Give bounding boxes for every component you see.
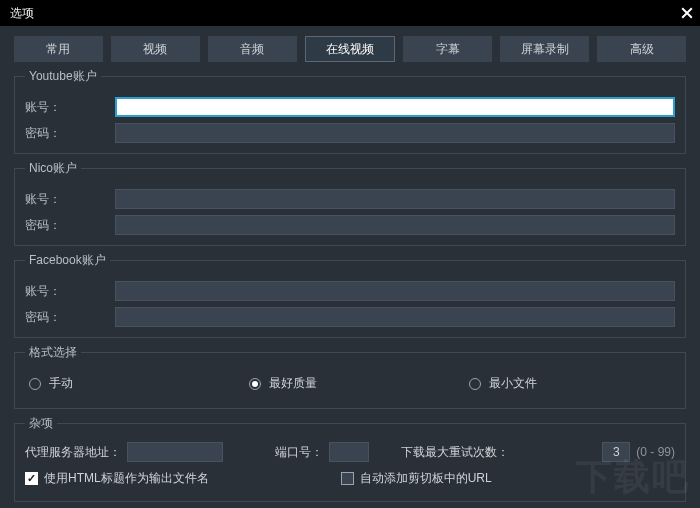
radio-icon (469, 378, 481, 390)
format-option-2[interactable]: 最小文件 (469, 375, 537, 392)
youtube-user-input[interactable] (115, 97, 675, 117)
close-icon (681, 7, 693, 19)
use-html-title-checkbox[interactable] (25, 472, 38, 485)
format-option-1[interactable]: 最好质量 (249, 375, 469, 392)
format-option-0[interactable]: 手动 (29, 375, 249, 392)
nico-pass-label: 密码： (25, 217, 115, 234)
youtube-group: Youtube账户 账号： 密码： (14, 68, 686, 154)
format-option-label: 最小文件 (489, 375, 537, 392)
use-html-title-label: 使用HTML标题作为输出文件名 (44, 470, 209, 487)
proxy-label: 代理服务器地址： (25, 444, 121, 461)
tab-0[interactable]: 常用 (14, 36, 103, 62)
retry-input[interactable] (602, 442, 630, 462)
youtube-pass-input[interactable] (115, 123, 675, 143)
nico-group: Nico账户 账号： 密码： (14, 160, 686, 246)
nico-legend: Nico账户 (25, 160, 81, 177)
tab-6[interactable]: 高级 (597, 36, 686, 62)
window-title: 选项 (10, 5, 34, 22)
port-label: 端口号： (275, 444, 323, 461)
tab-4[interactable]: 字幕 (403, 36, 492, 62)
proxy-input[interactable] (127, 442, 223, 462)
format-group: 格式选择 手动最好质量最小文件 (14, 344, 686, 409)
misc-legend: 杂项 (25, 415, 57, 432)
facebook-legend: Facebook账户 (25, 252, 110, 269)
facebook-user-label: 账号： (25, 283, 115, 300)
port-input[interactable] (329, 442, 369, 462)
youtube-pass-label: 密码： (25, 125, 115, 142)
tab-2[interactable]: 音频 (208, 36, 297, 62)
tab-3[interactable]: 在线视频 (305, 36, 396, 62)
nico-user-label: 账号： (25, 191, 115, 208)
nico-user-input[interactable] (115, 189, 675, 209)
facebook-group: Facebook账户 账号： 密码： (14, 252, 686, 338)
format-option-label: 手动 (49, 375, 73, 392)
facebook-pass-input[interactable] (115, 307, 675, 327)
facebook-pass-label: 密码： (25, 309, 115, 326)
retry-label: 下载最大重试次数： (401, 444, 509, 461)
radio-icon (29, 378, 41, 390)
format-option-label: 最好质量 (269, 375, 317, 392)
facebook-user-input[interactable] (115, 281, 675, 301)
youtube-legend: Youtube账户 (25, 68, 101, 85)
retry-range: (0 - 99) (636, 445, 675, 459)
nico-pass-input[interactable] (115, 215, 675, 235)
auto-clipboard-label: 自动添加剪切板中的URL (360, 470, 492, 487)
radio-icon (249, 378, 261, 390)
close-button[interactable] (674, 0, 700, 26)
misc-group: 杂项 代理服务器地址： 端口号： 下载最大重试次数： (0 - 99) 使用HT… (14, 415, 686, 502)
tab-1[interactable]: 视频 (111, 36, 200, 62)
format-legend: 格式选择 (25, 344, 81, 361)
youtube-user-label: 账号： (25, 99, 115, 116)
auto-clipboard-checkbox[interactable] (341, 472, 354, 485)
tab-5[interactable]: 屏幕录制 (500, 36, 589, 62)
